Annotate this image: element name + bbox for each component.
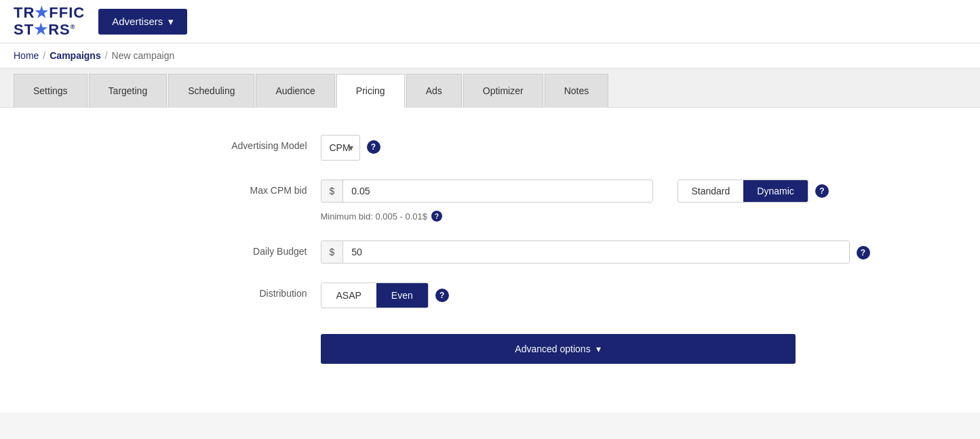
breadcrumb: Home / Campaigns / New campaign xyxy=(0,43,980,68)
breadcrumb-current: New campaign xyxy=(112,50,175,61)
daily-budget-row: Daily Budget $ ? xyxy=(185,241,796,264)
dist-even-button[interactable]: Even xyxy=(376,283,428,308)
advanced-options-wrapper: Advanced options ▾ xyxy=(321,327,796,364)
bid-type-wrapper: Standard Dynamic ? xyxy=(664,180,829,203)
distribution-controls: ASAP Even ? xyxy=(321,283,449,308)
bid-hint-text: Minimum bid: 0.005 - 0.01$ xyxy=(321,211,428,222)
tab-scheduling-label: Scheduling xyxy=(188,85,235,96)
advanced-options-row: Advanced options ▾ xyxy=(185,327,796,364)
logo: TR★FFICST★RS® xyxy=(14,5,85,37)
max-cpm-bid-input[interactable] xyxy=(343,180,652,202)
advertising-model-controls: CPM CPC CPV ▾ ? xyxy=(321,135,380,161)
advanced-options-arrow-icon: ▾ xyxy=(596,343,601,354)
advanced-options-button[interactable]: Advanced options ▾ xyxy=(321,334,796,364)
tabs-bar: Settings Targeting Scheduling Audience P… xyxy=(0,68,980,108)
distribution-row: Distribution ASAP Even ? xyxy=(185,283,796,308)
tab-notes[interactable]: Notes xyxy=(545,74,609,107)
tab-ads-label: Ads xyxy=(426,85,442,96)
nav-arrow-icon: ▾ xyxy=(168,16,174,28)
bid-type-group: Standard Dynamic xyxy=(678,180,808,203)
breadcrumb-sep-2: / xyxy=(105,50,108,61)
tab-settings[interactable]: Settings xyxy=(14,74,87,107)
max-cpm-bid-prefix: $ xyxy=(321,180,344,202)
tab-audience[interactable]: Audience xyxy=(256,74,334,107)
bid-standard-label: Standard xyxy=(692,186,730,196)
logo-star-2: ★ xyxy=(34,21,48,38)
advertising-model-help-icon[interactable]: ? xyxy=(367,140,380,154)
tab-optimizer[interactable]: Optimizer xyxy=(463,74,543,107)
max-cpm-bid-controls: $ Standard Dynamic ? xyxy=(321,180,829,222)
daily-budget-input-group: $ xyxy=(321,241,850,264)
daily-budget-help-icon[interactable]: ? xyxy=(857,246,870,259)
max-cpm-bid-input-group: $ xyxy=(321,180,653,203)
advanced-options-spacer xyxy=(185,327,321,333)
dist-even-label: Even xyxy=(391,290,413,301)
breadcrumb-sep-1: / xyxy=(43,50,45,61)
logo-star: ★ xyxy=(35,4,49,21)
breadcrumb-campaigns[interactable]: Campaigns xyxy=(50,50,100,61)
tab-audience-label: Audience xyxy=(275,85,315,96)
daily-budget-label: Daily Budget xyxy=(185,241,321,257)
tab-notes-label: Notes xyxy=(564,85,589,96)
dist-asap-label: ASAP xyxy=(336,290,361,301)
header: TR★FFICST★RS® Advertisers ▾ xyxy=(0,0,980,43)
tab-targeting[interactable]: Targeting xyxy=(89,74,168,107)
bid-dynamic-button[interactable]: Dynamic xyxy=(743,180,807,202)
dist-asap-button[interactable]: ASAP xyxy=(321,283,376,308)
tab-scheduling[interactable]: Scheduling xyxy=(168,74,254,107)
tab-targeting-label: Targeting xyxy=(109,85,148,96)
tab-ads[interactable]: Ads xyxy=(406,74,462,107)
bid-hint-help-icon[interactable]: ? xyxy=(431,211,442,222)
bid-type-help-icon[interactable]: ? xyxy=(815,184,829,198)
advertising-model-row: Advertising Model CPM CPC CPV ▾ ? xyxy=(185,135,796,161)
tab-pricing-label: Pricing xyxy=(356,85,385,96)
breadcrumb-home[interactable]: Home xyxy=(14,50,39,61)
bid-hint: Minimum bid: 0.005 - 0.01$ ? xyxy=(321,211,829,222)
daily-budget-prefix: $ xyxy=(321,241,344,263)
advertising-model-label: Advertising Model xyxy=(185,135,321,151)
bid-dynamic-label: Dynamic xyxy=(757,186,793,196)
daily-budget-input[interactable] xyxy=(343,241,848,263)
max-cpm-bid-row: Max CPM bid $ Standard Dynamic xyxy=(185,180,796,222)
advertising-model-select-wrapper: CPM CPC CPV ▾ xyxy=(321,135,360,161)
advanced-options-label: Advanced options xyxy=(515,343,590,354)
tab-pricing[interactable]: Pricing xyxy=(336,74,405,108)
main-content: Advertising Model CPM CPC CPV ▾ ? Max CP… xyxy=(0,108,980,413)
logo-text: TR★FFICST★RS® xyxy=(14,5,85,37)
max-cpm-bid-label: Max CPM bid xyxy=(185,180,321,196)
distribution-group: ASAP Even xyxy=(321,283,429,308)
distribution-help-icon[interactable]: ? xyxy=(435,289,449,302)
advertisers-label: Advertisers xyxy=(112,16,163,27)
pricing-form: Advertising Model CPM CPC CPV ▾ ? Max CP… xyxy=(185,128,796,371)
advertising-model-select[interactable]: CPM CPC CPV xyxy=(321,135,360,161)
tab-settings-label: Settings xyxy=(33,85,68,96)
advertisers-dropdown[interactable]: Advertisers ▾ xyxy=(98,9,187,35)
max-cpm-bid-input-row: $ Standard Dynamic ? xyxy=(321,180,829,203)
distribution-label: Distribution xyxy=(185,283,321,299)
bid-standard-button[interactable]: Standard xyxy=(678,180,744,202)
daily-budget-controls: $ ? xyxy=(321,241,870,264)
tab-optimizer-label: Optimizer xyxy=(483,85,524,96)
